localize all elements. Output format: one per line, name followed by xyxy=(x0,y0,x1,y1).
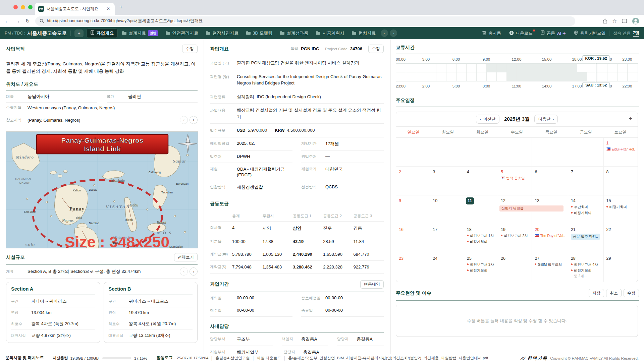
nav-tab-3D 모델링[interactable]: 3D 모델링 xyxy=(243,29,276,38)
calendar-day-cell[interactable]: 21공문 발주 마감.. xyxy=(568,224,604,253)
calendar-day-cell[interactable]: 2 xyxy=(396,167,430,195)
nav-tab-설계성과품[interactable]: 설계성과품 xyxy=(277,29,312,38)
calendar-day-cell[interactable]: 4 xyxy=(464,167,498,195)
purpose-edit-button[interactable]: 수정 xyxy=(182,45,198,53)
nav-tab-안전관리자료[interactable]: 안전관리자료 xyxy=(162,29,202,38)
calendar-holiday[interactable]: The Day of Val.. xyxy=(535,234,565,238)
calendar-day-cell[interactable]: 10 xyxy=(430,195,464,224)
calendar-day-cell[interactable]: 16 xyxy=(396,224,430,253)
calendar-day-cell[interactable]: 19의견보고서 2차 xyxy=(498,224,532,253)
bookmark-star-icon[interactable]: ☆ xyxy=(612,18,617,24)
minimize-window-button[interactable] xyxy=(21,5,25,9)
calendar-day-cell[interactable]: 8 xyxy=(604,167,638,195)
calendar-day-cell[interactable]: 25의견보고서 3차비정기회의 xyxy=(464,253,498,282)
patch-notes-link[interactable]: 문의사항 및 패치노트 xyxy=(5,355,44,361)
calendar-add-event-button[interactable]: + xyxy=(629,115,632,122)
calendar-day-cell[interactable] xyxy=(568,138,604,167)
prev-image-button[interactable]: ‹ xyxy=(180,116,188,124)
calendar-day-cell[interactable] xyxy=(498,138,532,167)
url-bar[interactable]: http://gsim.hanmaceng.co.kr:7000/highway… xyxy=(35,16,575,26)
nav-action-휴지통[interactable]: 휴지통 xyxy=(482,31,501,36)
calendar-event[interactable]: 비정기회의 xyxy=(606,205,635,209)
calendar-day-cell[interactable]: 18의견보고서 1차비정기회의 xyxy=(464,224,498,253)
issues-edit-button[interactable]: 수정 xyxy=(624,289,639,297)
calendar-day-cell[interactable]: 1Eidul-Fitar Hol. xyxy=(604,138,638,167)
calendar-day-cell[interactable] xyxy=(396,138,430,167)
nav-tab-과업개요[interactable]: 과업개요 xyxy=(87,28,118,38)
connected-users-count[interactable]: 7명 xyxy=(633,30,639,37)
day-number: 1 xyxy=(606,141,609,145)
calendar-holiday[interactable]: 법적 공휴일 xyxy=(501,176,529,181)
calendar-day-cell[interactable]: 28의견보고서 4차비정기회의및 2개... xyxy=(568,253,604,282)
nav-action-위치기반모델[interactable]: 위치기반모델 xyxy=(574,31,605,36)
close-window-button[interactable] xyxy=(13,5,18,9)
calendar-day-cell[interactable]: 27GSIM 업무회의 xyxy=(532,253,568,282)
calendar-event[interactable]: 의견보고서 4차 xyxy=(571,262,601,267)
facility-viewall-button[interactable]: 전체보기 xyxy=(174,253,198,261)
maximize-window-button[interactable] xyxy=(28,5,33,9)
tabs-scroll-left-button[interactable]: ‹ xyxy=(381,29,388,37)
prev-section-button[interactable]: ‹ xyxy=(180,267,188,276)
issues-cancel-button[interactable]: 취소 xyxy=(606,289,622,297)
browser-tab[interactable]: PM 서울세종고속도로 : 사업개요 ✕ xyxy=(35,3,115,15)
calendar-day-cell[interactable]: 14주간회의비정기회의 xyxy=(568,195,604,224)
calendar-event[interactable]: 주간회의 xyxy=(571,205,601,209)
calendar-event[interactable]: 비정기회의 xyxy=(571,211,601,216)
calendar-day-cell[interactable]: 26 xyxy=(498,253,532,282)
next-image-button[interactable]: › xyxy=(190,116,198,124)
calendar-prev-month-button[interactable]: ‹이전달 xyxy=(476,115,499,124)
calendar-next-month-button[interactable]: 다음달› xyxy=(534,115,558,124)
calendar-day-cell[interactable]: 9 xyxy=(396,195,430,224)
calendar-day-cell[interactable] xyxy=(464,138,498,167)
calendar-day-cell[interactable]: 3 xyxy=(430,167,464,195)
calendar-event[interactable]: 비정기회의 xyxy=(571,268,601,273)
calendar-day-cell[interactable]: 11 xyxy=(464,195,498,224)
back-icon[interactable]: ← xyxy=(5,18,10,24)
calendar-day-cell[interactable]: 24 xyxy=(430,253,464,282)
nav-tab-런처자료[interactable]: 런처자료 xyxy=(348,29,379,38)
forward-icon[interactable]: → xyxy=(15,18,20,24)
tab-close-icon[interactable]: ✕ xyxy=(105,6,111,12)
calendar-holiday[interactable]: Eidul-Fitar Hol. xyxy=(606,147,635,152)
activity-log-link[interactable]: 활동로그 xyxy=(157,355,173,361)
calendar-day-cell[interactable]: 29 xyxy=(604,253,638,282)
calendar-event[interactable]: 의견보고서 3차 xyxy=(467,262,495,267)
calendar-event[interactable]: 비정기회의 xyxy=(467,268,495,273)
more-events-label[interactable]: 및 2개... xyxy=(574,274,601,279)
calendar-day-cell[interactable]: 20The Day of Val.. xyxy=(532,224,568,253)
calendar-day-cell[interactable]: 6 xyxy=(532,167,568,195)
calendar-day-cell[interactable]: 15비정기회의 xyxy=(604,195,638,224)
location-map-image[interactable]: Panay-Guimaras-Negros Island Link Size :… xyxy=(6,131,198,248)
calendar-event[interactable]: 의견보고서 2차 xyxy=(501,234,529,238)
issues-save-button[interactable]: 저장 xyxy=(589,289,604,297)
calendar-day-cell[interactable] xyxy=(532,138,568,167)
calendar-event[interactable]: GSIM 업무회의 xyxy=(535,262,565,267)
calendar-day-cell[interactable]: 5법적 공휴일 xyxy=(498,167,532,195)
calendar-banner-event[interactable]: 상반기 워크숍 xyxy=(499,205,564,212)
tabs-scroll-right-button[interactable]: › xyxy=(390,29,397,37)
period-history-button[interactable]: 변동내역 xyxy=(360,280,384,289)
calendar-day-cell[interactable]: 22 xyxy=(604,224,638,253)
nav-tab-현장사진자료[interactable]: 현장사진자료 xyxy=(203,29,242,38)
add-tab-button[interactable]: + xyxy=(74,29,84,37)
calendar-day-cell[interactable]: 23 xyxy=(396,253,430,282)
calendar-event[interactable]: 비정기회의 xyxy=(467,240,495,244)
calendar-event[interactable]: 의견보고서 1차 xyxy=(467,234,495,238)
nav-action-다운로드[interactable]: 다운로드 xyxy=(509,31,533,36)
next-section-button[interactable]: › xyxy=(190,267,198,276)
new-tab-button[interactable]: + xyxy=(119,4,123,10)
profile-avatar[interactable] xyxy=(632,17,639,25)
joint-table-header: 총계 xyxy=(232,210,262,222)
nav-tab-설계자료[interactable]: 설계자료일반 xyxy=(119,29,161,38)
side-panel-icon[interactable] xyxy=(622,19,627,23)
calendar-day-cell[interactable]: 17 xyxy=(430,224,464,253)
share-icon[interactable] xyxy=(603,18,607,23)
overview-edit-button[interactable]: 수정 xyxy=(368,45,384,53)
nav-tab-시공계획서[interactable]: 시공계획서 xyxy=(313,29,347,38)
calendar-day-cell[interactable] xyxy=(430,138,464,167)
calendar-day-cell[interactable]: 7 xyxy=(568,167,604,195)
nav-action-공문[interactable]: 공문AI ✦ xyxy=(541,31,566,36)
reload-icon[interactable]: ↻ xyxy=(25,18,30,24)
calendar-banner-event[interactable]: 공문 발주 마감.. xyxy=(571,234,600,240)
calendar-day-cell[interactable]: 12상반기 워크숍 xyxy=(498,195,532,224)
